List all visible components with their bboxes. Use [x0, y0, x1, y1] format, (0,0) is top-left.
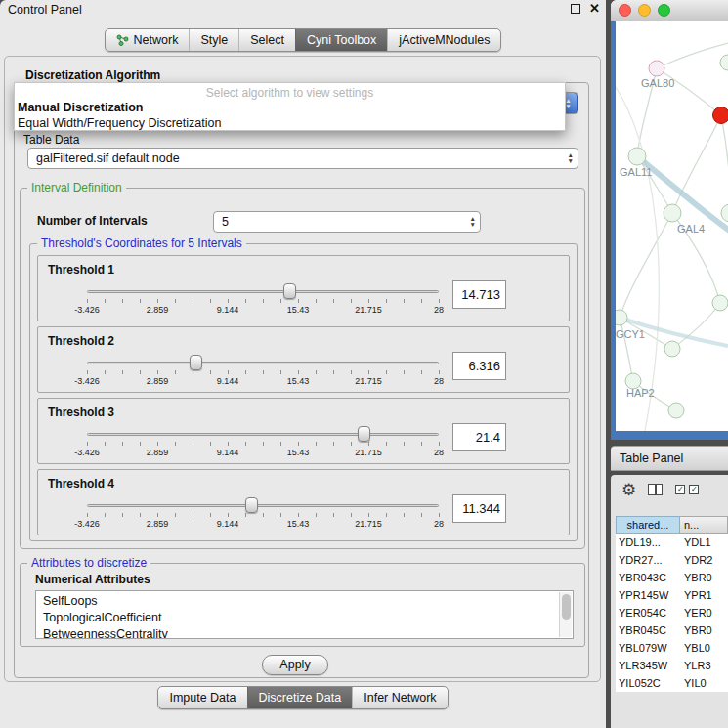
network-node[interactable]	[712, 295, 728, 311]
cell-shared-name: YBL079W	[616, 639, 680, 657]
thresholds-legend: Threshold's Coordinates for 5 Intervals	[37, 236, 246, 250]
tab-label: Network	[134, 33, 179, 47]
close-icon[interactable]: ✕	[589, 3, 600, 15]
cell-shared-name: YPR145W	[616, 586, 680, 604]
slider-track[interactable]	[87, 362, 439, 364]
tab-cyni-toolbox[interactable]: Cyni Toolbox	[295, 29, 387, 51]
tab-discretize-data[interactable]: Discretize Data	[247, 687, 353, 708]
scale-label: -3.426	[74, 448, 100, 457]
network-node[interactable]	[720, 55, 728, 70]
table-row[interactable]: YBR045CYBR0	[616, 621, 728, 639]
network-node-selected-red[interactable]	[713, 107, 728, 124]
window-controls: ✕	[571, 3, 600, 15]
node-label: HAP2	[626, 387, 655, 399]
dropdown-item-equal-width[interactable]: Equal Width/Frequency Discretization	[15, 115, 565, 131]
node-label: GAL80	[641, 77, 674, 89]
select-all-checkbox-icon[interactable]: ✓	[675, 485, 685, 494]
combo-stepper-icon[interactable]: ▲ ▼	[470, 216, 476, 228]
network-node[interactable]	[628, 148, 646, 165]
slider-track[interactable]	[87, 504, 439, 507]
list-item[interactable]: BetweennessCentrality	[43, 626, 573, 639]
slider-track[interactable]	[87, 290, 439, 293]
scale-label: -3.426	[74, 376, 100, 386]
table-row[interactable]: YBR043CYBR0	[616, 569, 728, 586]
minimize-traffic-light[interactable]	[638, 4, 651, 17]
dropdown-prompt: Select algorithm to view settings	[15, 83, 565, 100]
column-header-shared-name[interactable]: shared...	[616, 516, 680, 534]
table-row[interactable]: YER054CYER0	[616, 604, 728, 621]
control-panel-titlebar[interactable]: Control Panel ✕	[0, 0, 606, 20]
slider-thumb[interactable]	[245, 497, 258, 513]
scale-label: 9.144	[217, 448, 239, 457]
slider-thumb[interactable]	[358, 426, 370, 442]
threshold-3-value-field[interactable]: 21.4	[452, 423, 506, 451]
scrollbar-thumb[interactable]	[562, 594, 571, 620]
table-row[interactable]: YBL079WYBL0	[616, 639, 728, 657]
threshold-4-value-field[interactable]: 11.344	[452, 494, 506, 523]
tab-style[interactable]: Style	[189, 29, 238, 51]
table-panel-titlebar[interactable]: Table Panel	[611, 446, 728, 471]
cell-shared-name: YBR045C	[616, 621, 680, 639]
threshold-4-slider[interactable]: -3.426 2.859 9.144 15.43 21.715 28	[87, 495, 439, 533]
network-node[interactable]	[649, 61, 664, 76]
threshold-1-value-field[interactable]: 14.713	[452, 280, 506, 309]
tab-jactivemnodules[interactable]: jActiveMNodules	[387, 29, 500, 51]
network-node[interactable]	[721, 204, 728, 222]
gear-icon[interactable]: ⚙	[621, 482, 636, 498]
table-row[interactable]: YLR345WYLR3	[616, 657, 728, 674]
threshold-2-value-field[interactable]: 6.316	[452, 352, 506, 380]
number-of-intervals-value: 5	[222, 215, 229, 229]
network-node[interactable]	[664, 204, 681, 222]
tab-select[interactable]: Select	[238, 29, 295, 51]
threshold-1-slider[interactable]: -3.426 2.859 9.144 15.43 21.715 28	[87, 281, 439, 319]
threshold-panel-1: Threshold 1 -3.426 2.859 9.144 15.43 21.…	[37, 255, 570, 321]
threshold-2-slider[interactable]: -3.426 2.859 9.144 15.43 21.715 28	[87, 353, 439, 390]
tab-impute-data[interactable]: Impute Data	[158, 687, 246, 708]
network-window-titlebar[interactable]	[611, 0, 728, 21]
column-header-name[interactable]: n...	[680, 516, 728, 534]
network-node[interactable]	[664, 341, 680, 357]
tab-infer-network[interactable]: Infer Network	[352, 687, 447, 708]
network-canvas[interactable]: GAL80 GAL11 GAL4 GCY1 HAP2	[611, 21, 728, 440]
cell-shared-name: YLR345W	[616, 657, 680, 674]
table-data-value: galFiltered.sif default node	[36, 151, 180, 165]
tab-network[interactable]: Network	[106, 29, 190, 51]
scale-label: -3.426	[74, 305, 100, 315]
table-row[interactable]: YDR27...YDR2	[616, 551, 728, 569]
number-of-intervals-combo[interactable]: 5 ▲ ▼	[213, 211, 481, 233]
network-graph: GAL80 GAL11 GAL4 GCY1 HAP2	[616, 21, 728, 431]
tab-label: Infer Network	[364, 691, 436, 705]
slider-thumb[interactable]	[190, 355, 202, 370]
network-node-labels: GAL80 GAL11 GAL4 GCY1 HAP2	[616, 77, 705, 399]
table-row[interactable]: YIL052CYIL0	[616, 674, 728, 692]
table-data-combo[interactable]: galFiltered.sif default node ▲ ▼	[27, 148, 578, 169]
combo-stepper-icon[interactable]: ▲ ▼	[568, 152, 574, 164]
table-panel-title: Table Panel	[620, 451, 683, 465]
list-scrollbar[interactable]	[559, 592, 572, 637]
apply-button[interactable]: Apply	[262, 655, 328, 675]
columns-icon[interactable]	[648, 484, 663, 495]
slider-track[interactable]	[87, 433, 439, 436]
scale-label: 9.144	[217, 376, 239, 386]
table-row[interactable]: YDL19...YDL1	[616, 534, 728, 551]
network-node[interactable]	[668, 403, 684, 418]
threshold-panel-3: Threshold 3 -3.426 2.859 9.144 15.43 21.…	[37, 398, 570, 464]
list-item[interactable]: SelfLoops	[43, 593, 573, 610]
list-item[interactable]: TopologicalCoefficient	[43, 610, 573, 626]
close-traffic-light[interactable]	[619, 4, 631, 17]
select-none-checkbox-icon[interactable]: ✓	[689, 485, 699, 494]
threshold-3-slider[interactable]: -3.426 2.859 9.144 15.43 21.715 28	[87, 424, 439, 461]
scale-label: -3.426	[74, 519, 100, 529]
slider-thumb[interactable]	[283, 283, 296, 299]
zoom-traffic-light[interactable]	[658, 4, 670, 17]
table-row[interactable]: YPR145WYPR1	[616, 586, 728, 604]
numerical-attributes-label: Numerical Attributes	[35, 573, 150, 586]
table-body: YDL19...YDL1 YDR27...YDR2 YBR043CYBR0 YP…	[616, 534, 728, 692]
table-data-label: Table Data	[23, 133, 79, 147]
stepper-down-icon: ▼	[470, 222, 476, 228]
dropdown-item-manual-discretization[interactable]: Manual Discretization	[15, 100, 565, 115]
network-node[interactable]	[616, 310, 627, 325]
top-tab-bar: Network Style Select Cyni Toolbox jActiv…	[0, 28, 606, 52]
float-window-icon[interactable]	[571, 4, 580, 14]
window-title: Control Panel	[8, 3, 82, 17]
